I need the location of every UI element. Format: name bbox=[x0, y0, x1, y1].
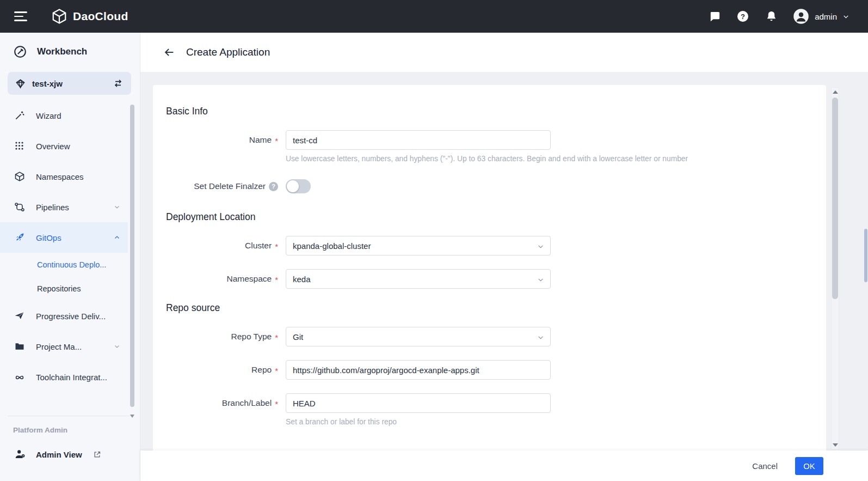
finalizer-label: Set Delete Finalzer ? bbox=[166, 176, 278, 196]
section-title-deployment-location: Deployment Location bbox=[166, 211, 812, 223]
cluster-label: Cluster * bbox=[166, 236, 278, 255]
repo-type-label: Repo Type * bbox=[166, 327, 278, 346]
admin-user-icon bbox=[14, 448, 26, 460]
folder-icon bbox=[14, 341, 25, 352]
sidebar-scrollbar[interactable] bbox=[130, 103, 134, 420]
section-title-repo-source: Repo source bbox=[166, 302, 812, 314]
content-area: Basic Info Name * Use lowercase letters,… bbox=[140, 72, 868, 450]
sidebar-item-gitops[interactable]: GitOps bbox=[0, 222, 128, 253]
page-title: Create Application bbox=[186, 46, 270, 58]
menu-toggle-icon[interactable] bbox=[14, 11, 27, 21]
form-row-finalizer: Set Delete Finalzer ? bbox=[166, 176, 812, 196]
sidebar-subitem-repositories[interactable]: Repositories bbox=[0, 277, 128, 301]
repo-label: Repo * bbox=[166, 360, 278, 380]
sidebar-subitem-continuous-deployment[interactable]: Continuous Deplo... bbox=[0, 253, 128, 277]
workbench-icon bbox=[13, 45, 27, 59]
required-marker: * bbox=[275, 333, 278, 342]
workspace-name: test-xjw bbox=[32, 79, 63, 88]
sidebar-item-label: Pipelines bbox=[36, 203, 69, 212]
branch-label: Branch/Label * bbox=[166, 393, 278, 413]
scroll-down-arrow[interactable] bbox=[833, 443, 838, 447]
wand-icon bbox=[14, 110, 25, 121]
username: admin bbox=[815, 12, 837, 21]
toggle-knob bbox=[287, 180, 299, 192]
namespace-label: Namespace * bbox=[166, 269, 278, 289]
avatar bbox=[793, 8, 809, 25]
page-scrollbar-thumb[interactable] bbox=[864, 229, 867, 282]
pipeline-icon bbox=[14, 202, 25, 212]
required-marker: * bbox=[275, 136, 278, 145]
paper-plane-icon bbox=[14, 310, 25, 321]
content-scrollbar-thumb[interactable] bbox=[832, 98, 838, 299]
chevron-down-icon bbox=[537, 243, 544, 250]
sidebar-scrollbar-thumb[interactable] bbox=[130, 105, 134, 407]
sidebar-item-admin-view[interactable]: Admin View bbox=[0, 448, 140, 460]
footer-action-bar: Cancel OK bbox=[140, 450, 868, 481]
notifications-icon[interactable] bbox=[765, 10, 778, 23]
brand[interactable]: DaoCloud bbox=[51, 8, 128, 25]
app-layout: Workbench test-xjw Wizard Over bbox=[0, 33, 868, 481]
switch-workspace-icon[interactable] bbox=[113, 78, 124, 89]
sidebar-scroll-down-arrow[interactable] bbox=[130, 415, 134, 418]
workspace-gem-icon bbox=[15, 78, 26, 89]
repo-input[interactable] bbox=[286, 360, 551, 380]
form-row-branch: Branch/Label * Set a branch or label for… bbox=[166, 393, 812, 426]
sidebar-item-pipelines[interactable]: Pipelines bbox=[0, 192, 128, 222]
required-marker: * bbox=[275, 366, 278, 375]
sidebar-item-namespaces[interactable]: Namespaces bbox=[0, 161, 128, 192]
form-row-namespace: Namespace * keda bbox=[166, 269, 812, 289]
user-menu[interactable]: admin bbox=[793, 8, 849, 25]
sidebar-item-label: GitOps bbox=[36, 233, 61, 242]
chevron-down-icon bbox=[537, 334, 544, 341]
repo-type-selected-value: Git bbox=[293, 332, 303, 342]
sidebar-item-label: Namespaces bbox=[36, 172, 84, 181]
daocloud-logo-icon bbox=[51, 8, 67, 25]
chevron-down-icon bbox=[842, 13, 849, 20]
ok-button[interactable]: OK bbox=[795, 457, 823, 475]
scroll-up-arrow[interactable] bbox=[833, 90, 838, 94]
sidebar-item-progressive-delivery[interactable]: Progressive Deliv... bbox=[0, 301, 128, 331]
chevron-up-icon bbox=[114, 234, 120, 241]
workspace-selector[interactable]: test-xjw bbox=[8, 72, 131, 95]
required-marker: * bbox=[275, 399, 278, 409]
topbar-actions: ? admin bbox=[708, 8, 854, 25]
repo-type-select[interactable]: Git bbox=[286, 327, 551, 346]
sidebar-bottom: Platform Admin Admin View bbox=[0, 416, 140, 481]
chevron-down-icon bbox=[537, 276, 544, 283]
sidebar-item-label: Wizard bbox=[36, 111, 61, 120]
sidebar-item-overview[interactable]: Overview bbox=[0, 131, 128, 161]
form-row-repo-type: Repo Type * Git bbox=[166, 327, 812, 346]
platform-admin-label: Platform Admin bbox=[0, 416, 140, 434]
page-scrollbar[interactable] bbox=[864, 33, 867, 481]
finalizer-toggle[interactable] bbox=[286, 179, 311, 193]
sidebar-item-project-management[interactable]: Project Ma... bbox=[0, 331, 128, 362]
messages-icon[interactable] bbox=[708, 10, 721, 23]
chevron-down-icon bbox=[114, 204, 120, 210]
help-icon[interactable]: ? bbox=[736, 10, 749, 23]
chevron-down-icon bbox=[114, 343, 120, 350]
topbar: DaoCloud ? admin bbox=[0, 0, 868, 33]
brand-name: DaoCloud bbox=[73, 10, 128, 23]
sidebar-item-toolchain[interactable]: Toolchain Integrat... bbox=[0, 362, 128, 392]
required-marker: * bbox=[275, 242, 278, 251]
branch-input[interactable] bbox=[286, 393, 551, 413]
sidebar-subitem-label: Repositories bbox=[37, 284, 81, 293]
cancel-button[interactable]: Cancel bbox=[752, 461, 778, 471]
help-tooltip-icon[interactable]: ? bbox=[269, 182, 278, 191]
name-input[interactable] bbox=[286, 130, 551, 150]
sidebar-item-label: Progressive Deliv... bbox=[36, 312, 106, 321]
cluster-select[interactable]: kpanda-global-cluster bbox=[286, 236, 551, 255]
cube-icon bbox=[14, 171, 25, 182]
grid-icon bbox=[14, 141, 25, 151]
branch-help-text: Set a branch or label for this repo bbox=[286, 418, 551, 426]
form-row-repo: Repo * bbox=[166, 360, 812, 380]
sidebar-subitem-label: Continuous Deplo... bbox=[37, 260, 106, 269]
main-area: Create Application Basic Info Name * Use… bbox=[140, 33, 868, 481]
external-link-icon bbox=[93, 450, 101, 459]
sidebar-item-wizard[interactable]: Wizard bbox=[0, 100, 128, 131]
sidebar-nav: Wizard Overview Namespaces Pipelines bbox=[0, 100, 140, 392]
form-card: Basic Info Name * Use lowercase letters,… bbox=[153, 85, 826, 450]
back-button[interactable] bbox=[163, 46, 175, 58]
namespace-select[interactable]: keda bbox=[286, 269, 551, 289]
content-scrollbar[interactable] bbox=[831, 87, 839, 450]
